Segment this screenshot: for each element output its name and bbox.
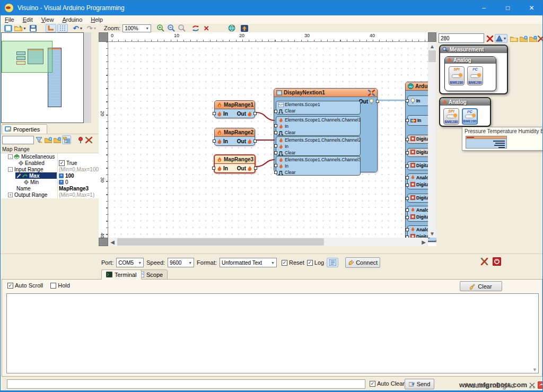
terminal-output[interactable]: ▼: [6, 293, 539, 373]
expand-value-icon[interactable]: +: [59, 180, 64, 185]
upload-to-arduino-button[interactable]: [239, 24, 250, 32]
clear-search-button[interactable]: [485, 34, 494, 43]
input-pin[interactable]: [212, 167, 215, 170]
input-pin[interactable]: [213, 112, 216, 115]
component-tile-bme280-spi[interactable]: SPI BME280: [449, 66, 465, 85]
property-row-input-range[interactable]: - Input Range (Min=0,Max=100): [1, 166, 99, 172]
component-tile-bme280-i2c-selected[interactable]: I²C BME280: [462, 108, 478, 125]
reroute-wires-button[interactable]: [190, 24, 201, 32]
expand-all-button[interactable]: [43, 135, 52, 144]
category-view-button[interactable]: [62, 135, 71, 144]
design-canvas[interactable]: [108, 42, 428, 238]
component-displaynextion1[interactable]: DisplayNextion1 Out Elements.Scope1 Clea…: [274, 88, 378, 172]
selected-property-cell[interactable]: Max: [15, 172, 57, 179]
palette-group-header[interactable]: Analog: [445, 57, 496, 64]
grid-toggle[interactable]: [57, 24, 68, 32]
route-style-toggle[interactable]: [46, 24, 56, 32]
clear-pin[interactable]: [274, 151, 277, 154]
open-project-button[interactable]: ▼: [13, 24, 28, 32]
new-project-button[interactable]: [3, 24, 13, 32]
zoom-out-button[interactable]: [166, 24, 177, 32]
digital-pin[interactable]: [406, 184, 409, 187]
collapse-all-button[interactable]: [52, 135, 62, 144]
close-button[interactable]: ✕: [520, 1, 543, 15]
delete-button[interactable]: ✕: [201, 24, 212, 32]
property-value[interactable]: 100: [65, 173, 74, 179]
property-row-enabled[interactable]: Enabled ✓True: [1, 160, 99, 166]
in-pin[interactable]: [406, 119, 409, 122]
analog-pin[interactable]: [406, 228, 409, 231]
display-element-channel3[interactable]: Elements.Scope1.Channels.Channel3 In Cle…: [276, 156, 361, 176]
output-pin[interactable]: [253, 112, 257, 115]
property-row-name[interactable]: Name MapRange3: [1, 185, 99, 191]
canvas-horizontal-scrollbar[interactable]: ◀ ▶: [108, 238, 428, 246]
component-tile-bme280-spi[interactable]: SPI BME280: [443, 108, 459, 125]
minimap-viewport[interactable]: [2, 41, 52, 73]
expand-categories-button[interactable]: [519, 34, 528, 43]
expand-value-icon[interactable]: +: [59, 173, 64, 178]
display-element-scope1[interactable]: Elements.Scope1 Clear: [276, 101, 361, 115]
property-row-output-range[interactable]: + Output Range (Min=0,Max=1): [1, 191, 99, 198]
auto-clear-checkbox[interactable]: ✓Auto Clear: [370, 380, 405, 387]
analog-pin[interactable]: [406, 176, 409, 179]
output-pin[interactable]: [376, 100, 379, 103]
component-maprange2[interactable]: MapRange2 InOut: [214, 128, 255, 146]
speed-select[interactable]: 9600▼: [168, 258, 194, 267]
digital-pin[interactable]: [406, 197, 409, 200]
in-pin[interactable]: [406, 99, 409, 102]
component-maprange1[interactable]: MapRange1 InOut: [214, 100, 255, 118]
properties-settings-button[interactable]: [84, 135, 93, 144]
log-checkbox[interactable]: ✓Log: [307, 259, 324, 266]
collapse-icon[interactable]: -: [8, 154, 13, 159]
hold-checkbox[interactable]: Hold: [50, 282, 70, 289]
checkbox-checked-icon[interactable]: ✓: [59, 160, 65, 166]
undo-button[interactable]: ↶▼: [71, 24, 85, 32]
port-select[interactable]: COM5▼: [116, 258, 144, 267]
in-pin[interactable]: [274, 164, 277, 167]
auto-scroll-checkbox[interactable]: ✓Auto Scroll: [7, 282, 43, 289]
property-value[interactable]: True: [66, 160, 77, 166]
menu-arduino[interactable]: Arduino: [58, 16, 86, 23]
component-maprange3-selected[interactable]: MapRange3 InOut: [214, 154, 256, 173]
log-file-button[interactable]: [327, 258, 338, 267]
open-component-folder-button[interactable]: [510, 34, 519, 43]
property-row-miscellaneous[interactable]: - Miscellaneous: [1, 153, 99, 160]
design-overview-minimap[interactable]: [1, 32, 84, 123]
scroll-thumb[interactable]: [428, 50, 436, 62]
properties-filter-input[interactable]: [2, 136, 34, 144]
minimap-scrollbar[interactable]: [84, 32, 91, 123]
wizard-filter-button[interactable]: ▼: [495, 34, 507, 43]
clear-pin[interactable]: [274, 131, 277, 134]
web-help-button[interactable]: [226, 24, 237, 32]
zoom-in-button[interactable]: [155, 24, 166, 32]
zoom-reset-button[interactable]: [177, 24, 187, 32]
property-row-min[interactable]: Min +0: [1, 179, 99, 185]
scroll-right-arrow[interactable]: ▶: [419, 238, 428, 246]
minimize-button[interactable]: –: [472, 1, 496, 15]
format-select[interactable]: Unformatted Text▼: [220, 258, 277, 267]
maximize-button[interactable]: □: [496, 1, 520, 15]
palette-settings-button[interactable]: [537, 34, 543, 43]
wizard-tools-icon[interactable]: [368, 90, 375, 96]
expand-icon[interactable]: +: [8, 193, 13, 197]
canvas-vertical-scrollbar[interactable]: ▲ ▼: [428, 42, 436, 238]
collapse-categories-button[interactable]: [529, 34, 538, 43]
property-value[interactable]: MapRange3: [59, 186, 89, 191]
tab-terminal[interactable]: Terminal: [101, 269, 142, 280]
in-pin[interactable]: [274, 144, 277, 147]
property-row-max[interactable]: Max +100: [1, 172, 99, 179]
clear-terminal-button[interactable]: Clear: [460, 281, 502, 291]
scroll-down-arrow[interactable]: ▼: [532, 367, 537, 372]
clear-pin[interactable]: [274, 171, 277, 174]
redo-button[interactable]: ↷▼: [85, 24, 99, 32]
disconnect-power-button[interactable]: [493, 257, 501, 268]
menu-help[interactable]: Help: [86, 16, 107, 23]
palette-group-header[interactable]: Analog: [440, 98, 490, 106]
clear-pin[interactable]: [274, 110, 277, 113]
component-search-input[interactable]: [439, 33, 484, 43]
menu-view[interactable]: View: [37, 16, 58, 23]
filter-button[interactable]: [34, 135, 43, 144]
digital-pin[interactable]: [406, 216, 409, 219]
display-element-channel2[interactable]: Elements.Scope1.Channels.Channel2 In Cle…: [276, 136, 361, 156]
serial-settings-button[interactable]: [480, 258, 488, 267]
